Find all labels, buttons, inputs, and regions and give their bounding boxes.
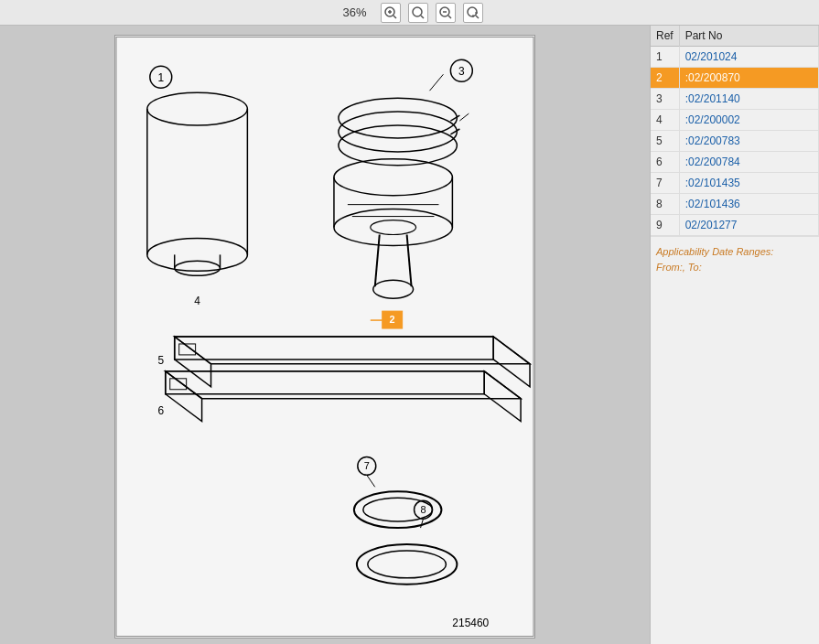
ref-column-header: Ref [651,26,679,47]
part-cell: :02/200002 [679,110,818,131]
table-row[interactable]: 5:02/200783 [651,131,819,152]
part-cell: 02/201277 [679,215,818,236]
svg-text:5: 5 [157,354,164,367]
applicability-range: From:, To: [656,260,814,275]
svg-text:215460: 215460 [452,617,489,629]
svg-text:6: 6 [157,404,164,417]
table-row[interactable]: 2:02/200870 [651,68,819,89]
table-row[interactable]: 902/201277 [651,215,819,236]
part-cell: :02/201140 [679,89,818,110]
svg-point-9 [468,7,477,16]
right-panel: Ref Part No 102/2010242:02/2008703:02/20… [650,26,819,644]
zoom-full-icon [467,6,480,19]
table-row[interactable]: 4:02/200002 [651,110,819,131]
svg-line-3 [393,16,396,18]
part-column-header: Part No [679,26,818,47]
ref-cell: 3 [651,89,679,110]
table-row[interactable]: 8:02/101436 [651,194,819,215]
svg-text:1: 1 [157,71,164,84]
zoom-full-button[interactable] [463,3,483,23]
table-row[interactable]: 7:02/101435 [651,173,819,194]
part-cell: 02/201024 [679,47,818,68]
zoom-out-icon [439,6,452,19]
zoom-in-button[interactable] [381,3,401,23]
ref-cell: 7 [651,173,679,194]
part-cell: :02/200783 [679,131,818,152]
ref-cell: 4 [651,110,679,131]
part-cell: :02/200870 [679,68,818,89]
applicability-label: Applicability Date Ranges: [656,244,814,260]
zoom-in-icon [384,6,397,19]
ref-cell: 1 [651,47,679,68]
zoom-fit-icon [412,6,425,19]
parts-table-header: Ref Part No [651,26,819,47]
svg-text:3: 3 [458,65,465,78]
svg-text:4: 4 [194,295,200,307]
ref-cell: 2 [651,68,679,89]
svg-point-4 [413,7,422,16]
zoom-out-button[interactable] [436,3,456,23]
svg-line-5 [421,16,424,18]
svg-text:2: 2 [390,314,395,325]
zoom-fit-button[interactable] [408,3,428,23]
applicability-section: Applicability Date Ranges: From:, To: [651,236,819,282]
svg-text:7: 7 [364,460,370,471]
svg-line-8 [448,16,451,18]
ref-cell: 6 [651,152,679,173]
parts-diagram-svg: 1 4 3 [115,36,534,638]
parts-table: Ref Part No 102/2010242:02/2008703:02/20… [651,26,819,236]
diagram-panel: 1 4 3 [0,26,650,644]
svg-line-10 [476,16,479,18]
toolbar: 36% [0,0,819,26]
zoom-level: 36% [337,5,373,19]
part-cell: :02/101435 [679,173,818,194]
table-row[interactable]: 6:02/200784 [651,152,819,173]
part-cell: :02/101436 [679,194,818,215]
table-row[interactable]: 3:02/201140 [651,89,819,110]
ref-cell: 8 [651,194,679,215]
svg-text:8: 8 [420,504,426,515]
part-cell: :02/200784 [679,152,818,173]
main-content: 1 4 3 [0,26,819,644]
ref-cell: 9 [651,215,679,236]
diagram-image: 1 4 3 [114,35,535,639]
ref-cell: 5 [651,131,679,152]
table-row[interactable]: 102/201024 [651,47,819,68]
